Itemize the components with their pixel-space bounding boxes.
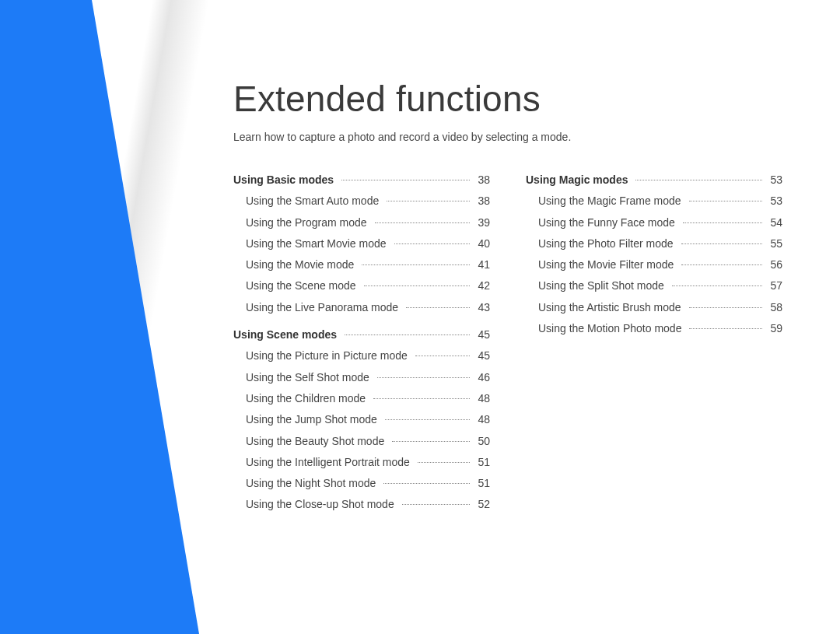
toc-label: Using the Intelligent Portrait mode	[233, 452, 415, 473]
toc-page-number: 46	[473, 367, 490, 388]
toc-label: Using the Movie Filter mode	[526, 254, 678, 275]
toc-page-number: 41	[473, 254, 490, 275]
toc-page-number: 53	[765, 170, 782, 191]
toc-columns: Using Basic modes38Using the Smart Auto …	[233, 170, 793, 522]
toc-entry[interactable]: Using the Motion Photo mode59	[526, 318, 782, 339]
toc-label: Using Scene modes	[233, 324, 341, 345]
toc-page-number: 48	[473, 388, 490, 409]
toc-page-number: 42	[473, 275, 490, 296]
toc-dot-leader	[689, 307, 763, 308]
toc-label: Using the Smart Auto mode	[233, 191, 383, 212]
toc-page-number: 59	[765, 318, 782, 339]
toc-page-number: 55	[765, 233, 782, 254]
toc-entry[interactable]: Using the Picture in Picture mode45	[233, 345, 490, 366]
toc-label: Using the Beauty Shot mode	[233, 431, 389, 452]
toc-section: Using Basic modes38Using the Smart Auto …	[233, 170, 490, 318]
toc-dot-leader	[341, 180, 470, 180]
page-title: Extended functions	[233, 78, 793, 120]
toc-section-header[interactable]: Using Magic modes53	[526, 170, 782, 191]
toc-dot-leader	[402, 504, 471, 505]
toc-section: Using Scene modes45Using the Picture in …	[233, 324, 490, 516]
toc-label: Using the Split Shot mode	[526, 275, 669, 296]
toc-label: Using the Self Shot mode	[233, 367, 374, 388]
toc-dot-leader	[689, 201, 763, 201]
toc-entry[interactable]: Using the Live Panorama mode43	[233, 297, 490, 318]
toc-dot-leader	[635, 180, 762, 180]
toc-label: Using the Children mode	[233, 388, 370, 409]
toc-entry[interactable]: Using the Movie mode41	[233, 254, 490, 275]
toc-label: Using the Smart Movie mode	[233, 233, 391, 254]
toc-entry[interactable]: Using the Intelligent Portrait mode51	[233, 452, 490, 473]
page-content: Extended functions Learn how to capture …	[233, 78, 793, 522]
toc-dot-leader	[385, 419, 471, 420]
toc-page-number: 38	[473, 191, 490, 212]
toc-label: Using the Photo Filter mode	[526, 233, 678, 254]
toc-entry[interactable]: Using the Children mode48	[233, 388, 490, 409]
toc-dot-leader	[394, 243, 471, 244]
toc-label: Using Magic modes	[526, 170, 632, 191]
toc-entry[interactable]: Using the Movie Filter mode56	[526, 254, 782, 275]
toc-label: Using the Magic Frame mode	[526, 191, 686, 212]
toc-page-number: 51	[473, 473, 490, 494]
toc-page-number: 58	[765, 297, 782, 318]
toc-label: Using the Close-up Shot mode	[233, 494, 399, 515]
toc-entry[interactable]: Using the Night Shot mode51	[233, 473, 490, 494]
toc-dot-leader	[681, 264, 762, 265]
toc-label: Using the Night Shot mode	[233, 473, 380, 494]
toc-entry[interactable]: Using the Smart Auto mode38	[233, 191, 490, 212]
toc-page-number: 48	[473, 409, 490, 430]
toc-page-number: 43	[473, 297, 490, 318]
toc-label: Using the Scene mode	[233, 275, 361, 296]
toc-column: Using Magic modes53Using the Magic Frame…	[526, 170, 782, 522]
toc-page-number: 54	[765, 212, 782, 233]
toc-entry[interactable]: Using the Jump Shot mode48	[233, 409, 490, 430]
toc-entry[interactable]: Using the Photo Filter mode55	[526, 233, 782, 254]
toc-entry[interactable]: Using the Beauty Shot mode50	[233, 431, 490, 452]
toc-dot-leader	[364, 285, 471, 286]
toc-page-number: 39	[473, 212, 490, 233]
toc-entry[interactable]: Using the Funny Face mode54	[526, 212, 782, 233]
toc-label: Using Basic modes	[233, 170, 338, 191]
toc-dot-leader	[375, 222, 471, 223]
toc-entry[interactable]: Using the Self Shot mode46	[233, 367, 490, 388]
toc-page-number: 57	[765, 275, 782, 296]
toc-dot-leader	[345, 335, 470, 335]
toc-label: Using the Motion Photo mode	[526, 318, 686, 339]
toc-label: Using the Movie mode	[233, 254, 359, 275]
toc-label: Using the Picture in Picture mode	[233, 345, 412, 366]
toc-label: Using the Live Panorama mode	[233, 297, 403, 318]
page-subtitle: Learn how to capture a photo and record …	[233, 131, 793, 143]
toc-column: Using Basic modes38Using the Smart Auto …	[233, 170, 490, 522]
toc-entry[interactable]: Using the Scene mode42	[233, 275, 490, 296]
toc-label: Using the Jump Shot mode	[233, 409, 382, 430]
toc-label: Using the Artistic Brush mode	[526, 297, 686, 318]
toc-entry[interactable]: Using the Magic Frame mode53	[526, 191, 782, 212]
toc-dot-leader	[383, 483, 470, 484]
toc-dot-leader	[406, 307, 470, 308]
toc-section-header[interactable]: Using Basic modes38	[233, 170, 490, 191]
toc-page-number: 56	[765, 254, 782, 275]
toc-dot-leader	[415, 356, 471, 356]
toc-entry[interactable]: Using the Artistic Brush mode58	[526, 297, 782, 318]
toc-page-number: 40	[473, 233, 490, 254]
toc-entry[interactable]: Using the Program mode39	[233, 212, 490, 233]
toc-entry[interactable]: Using the Smart Movie mode40	[233, 233, 490, 254]
toc-dot-leader	[362, 264, 470, 265]
toc-dot-leader	[681, 243, 763, 244]
toc-dot-leader	[392, 441, 470, 442]
toc-label: Using the Funny Face mode	[526, 212, 680, 233]
toc-label: Using the Program mode	[233, 212, 372, 233]
toc-page-number: 45	[473, 324, 490, 345]
toc-dot-leader	[672, 285, 763, 286]
toc-entry[interactable]: Using the Close-up Shot mode52	[233, 494, 490, 515]
toc-entry[interactable]: Using the Split Shot mode57	[526, 275, 782, 296]
toc-dot-leader	[689, 328, 762, 329]
toc-page-number: 38	[473, 170, 490, 191]
toc-dot-leader	[373, 398, 470, 399]
toc-section-header[interactable]: Using Scene modes45	[233, 324, 490, 345]
toc-section: Using Magic modes53Using the Magic Frame…	[526, 170, 782, 339]
toc-page-number: 53	[765, 191, 782, 212]
toc-dot-leader	[387, 201, 470, 201]
toc-dot-leader	[377, 377, 471, 378]
toc-page-number: 45	[473, 345, 490, 366]
